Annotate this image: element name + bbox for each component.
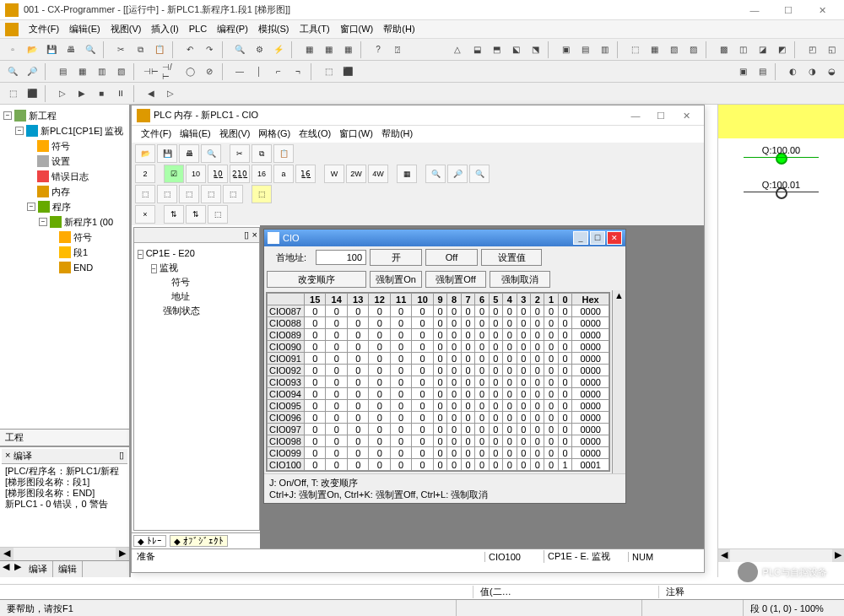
menu-item[interactable]: 窗口(W) [335, 127, 377, 141]
panel-close-icon[interactable]: × [252, 230, 257, 240]
menu-item[interactable]: PLC [184, 24, 212, 34]
view-icon[interactable]: ▧ [111, 62, 130, 81]
cio-close[interactable]: ✕ [607, 231, 622, 245]
online-icon[interactable]: ⬒ [487, 41, 506, 59]
zoom-icon[interactable]: 🔎 [447, 165, 468, 183]
view-icon[interactable]: ▤ [53, 62, 72, 81]
monitor-icon[interactable]: ◑ [803, 62, 821, 81]
cio-minimize[interactable]: _ [573, 231, 588, 245]
preview-icon[interactable]: 🔍 [201, 144, 221, 163]
monitor-icon[interactable]: ▣ [733, 62, 752, 81]
change-order-button[interactable]: 改变顺序 [267, 271, 366, 288]
print-icon[interactable]: 🖶 [179, 144, 199, 163]
online-icon[interactable]: △ [448, 41, 467, 59]
menu-item[interactable]: 插入(I) [146, 24, 183, 34]
line-icon[interactable]: — [230, 62, 249, 81]
online-icon[interactable]: ⬔ [526, 41, 544, 59]
minimize-button[interactable]: — [738, 1, 771, 19]
online-icon[interactable]: ▤ [576, 41, 594, 59]
panel-float-icon[interactable]: ▯ [244, 230, 249, 240]
cut-icon[interactable]: ✂ [230, 144, 250, 163]
width-icon[interactable]: W [324, 165, 344, 183]
tab-compile[interactable]: 编译 [24, 561, 53, 577]
radix-icon[interactable]: 1̲6̲ [295, 165, 316, 183]
find-icon[interactable]: 🔍 [230, 41, 249, 59]
new-icon[interactable]: ▫ [3, 41, 22, 59]
menu-item[interactable]: 网格(G) [254, 127, 295, 141]
online-icon[interactable]: ⬓ [468, 41, 486, 59]
menu-item[interactable]: 帮助(H) [377, 127, 417, 141]
grid-icon[interactable]: ▦ [397, 165, 417, 183]
line-icon[interactable]: │ [250, 62, 268, 81]
on-button[interactable]: 开 [370, 249, 422, 266]
zoom-icon[interactable]: 🔍 [3, 62, 22, 81]
sim-icon[interactable]: ▶ [73, 84, 91, 103]
menu-item[interactable]: 模拟(S) [253, 24, 295, 34]
line-icon[interactable]: ¬ [289, 62, 307, 81]
sim-icon[interactable]: ▷ [161, 84, 180, 103]
start-address-input[interactable] [316, 250, 366, 265]
paste-icon[interactable]: 📋 [273, 144, 294, 163]
menu-item[interactable]: 文件(F) [24, 24, 64, 34]
zoom-icon[interactable]: 🔍 [425, 165, 446, 183]
force-cancel-button[interactable]: 强制取消 [490, 271, 550, 288]
help-icon[interactable]: ? [369, 41, 387, 59]
menu-item[interactable]: 帮助(H) [378, 24, 419, 34]
online-icon[interactable]: ▦ [645, 41, 663, 59]
sim-icon[interactable]: ⏸ [111, 84, 130, 103]
maximize-button[interactable]: ☐ [771, 1, 805, 19]
tool-icon[interactable]: ⚡ [269, 41, 288, 59]
radix-icon[interactable]: 2̲1̲0̲ [230, 165, 250, 183]
save-icon[interactable]: 🖶 [62, 41, 80, 59]
radix-icon[interactable]: 10 [186, 165, 206, 183]
coil-icon[interactable]: ⊘ [200, 62, 219, 81]
zoom-icon[interactable]: 🔎 [23, 62, 41, 81]
online-icon[interactable]: ▨ [684, 41, 702, 59]
child-minimize[interactable]: — [623, 106, 648, 125]
view-icon[interactable]: ▥ [92, 62, 111, 81]
tab-trace[interactable]: ◆ ﾄﾚｰ [133, 535, 166, 547]
tab-object[interactable]: ◆ ｵﾌﾞｼﾞｪｸﾄ [170, 535, 228, 547]
online-icon[interactable]: ◫ [733, 41, 752, 59]
radix-icon[interactable]: a [273, 165, 294, 183]
open-icon[interactable]: 📂 [23, 41, 41, 59]
radix-icon[interactable]: 2 [135, 165, 155, 183]
vscrollbar[interactable]: ▲ [612, 290, 625, 473]
radix-icon[interactable]: ☑ [164, 165, 184, 183]
undo-icon[interactable]: ↶ [181, 41, 199, 59]
contact-icon[interactable]: ⊣/⊢ [161, 62, 180, 81]
tool-icon[interactable]: ▦ [338, 41, 357, 59]
online-icon[interactable]: ▩ [714, 41, 733, 59]
force-icon[interactable]: ⬚ [135, 185, 155, 203]
setvalue-button[interactable]: 设置值 [481, 249, 542, 266]
monitor-icon[interactable]: ▤ [753, 62, 771, 81]
paste-icon[interactable]: 📋 [150, 41, 169, 59]
force-icon[interactable]: ⬚ [179, 185, 199, 203]
online-icon[interactable]: ▧ [664, 41, 683, 59]
line-icon[interactable]: ⌐ [269, 62, 288, 81]
save-icon[interactable]: 💾 [157, 144, 177, 163]
close-button[interactable]: ✕ [805, 1, 839, 19]
radix-icon[interactable]: 1̲0̲ [208, 165, 228, 183]
transfer-icon[interactable]: ⇅ [186, 205, 206, 224]
online-icon[interactable]: ⬚ [625, 41, 644, 59]
child-close[interactable]: ✕ [674, 106, 699, 125]
instr-icon[interactable]: ⬛ [338, 62, 357, 81]
force-icon[interactable]: ⬚ [252, 185, 272, 203]
transfer-icon[interactable]: ⇅ [164, 205, 184, 224]
menu-item[interactable]: 窗口(W) [335, 24, 379, 34]
cut-icon[interactable]: ✂ [111, 41, 130, 59]
online-icon[interactable]: ⬕ [506, 41, 525, 59]
monitor-icon[interactable]: ◐ [783, 62, 802, 81]
menu-item[interactable]: 工具(T) [295, 24, 335, 34]
menu-item[interactable]: 编程(P) [212, 24, 253, 34]
transfer-icon[interactable]: × [135, 205, 155, 224]
tab-edit[interactable]: 编辑 [53, 561, 83, 577]
tool-icon[interactable]: ⚙ [250, 41, 268, 59]
force-icon[interactable]: ⬚ [223, 185, 243, 203]
force-icon[interactable]: ⬚ [201, 185, 221, 203]
preview-icon[interactable]: 🔍 [81, 41, 100, 59]
online-icon[interactable]: ▥ [595, 41, 614, 59]
project-tab[interactable]: 工程 [0, 429, 129, 446]
menu-item[interactable]: 视图(V) [106, 24, 147, 34]
